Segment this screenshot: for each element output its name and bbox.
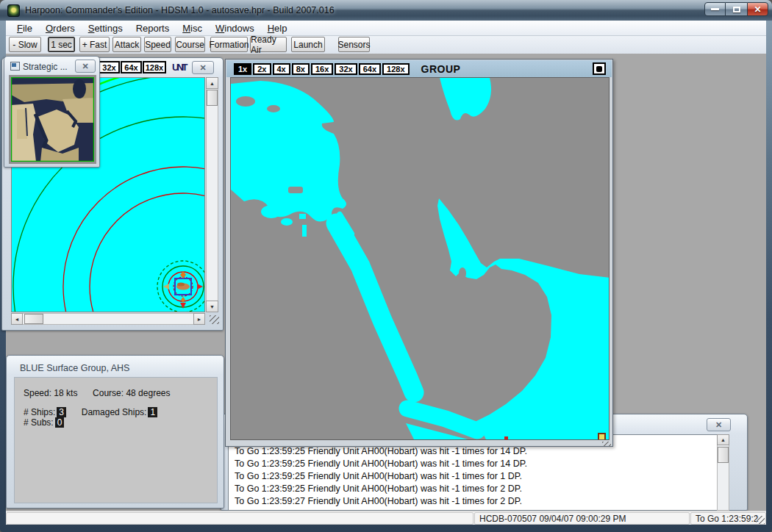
unit-zoom-64x-button[interactable]: 64x bbox=[121, 61, 142, 73]
unit-vertical-scrollbar[interactable] bbox=[206, 77, 218, 312]
map-window-icon bbox=[10, 62, 20, 71]
maximize-icon bbox=[733, 7, 740, 12]
group-zoom-8x-button[interactable]: 8x bbox=[292, 63, 310, 75]
close-button[interactable]: ✕ bbox=[747, 2, 768, 16]
group-zoom-1x-button[interactable]: 1x bbox=[234, 63, 251, 75]
unit-hscroll-thumb[interactable] bbox=[24, 314, 43, 324]
minimize-icon bbox=[711, 8, 719, 10]
application-window: Harpoon: Commander's Edition - HDSM 1.0 … bbox=[0, 0, 772, 532]
strategic-window[interactable]: Strategic ... ✕ bbox=[4, 56, 100, 168]
sensors-button[interactable]: Sensors bbox=[338, 37, 370, 52]
menu-help[interactable]: Help bbox=[261, 22, 294, 35]
minimize-button[interactable] bbox=[704, 2, 726, 16]
maximize-button[interactable] bbox=[726, 2, 747, 16]
app-icon bbox=[7, 4, 20, 17]
scroll-down-icon[interactable]: ▼ bbox=[206, 301, 218, 312]
status-to-go: To Go 1:23:59:2 bbox=[690, 512, 766, 525]
group-resize-grip[interactable] bbox=[602, 442, 611, 446]
group-window[interactable]: 1x 2x 4x 8x 16x 32x 64x 128x GROUP bbox=[225, 59, 613, 447]
group-map-view[interactable] bbox=[230, 77, 610, 440]
log-line: To Go 1:23:59:27 Friendly Unit AH00(Hoba… bbox=[229, 495, 729, 507]
mdi-workspace: 6x 32x 64x 128x UNIT ✕ bbox=[6, 54, 766, 511]
status-bar: HCDB-070507 09/04/07 09:00:29 PM To Go 1… bbox=[6, 511, 766, 525]
group-zoom-2x-button[interactable]: 2x bbox=[253, 63, 271, 75]
damaged-ships-badge: 1 bbox=[148, 407, 157, 417]
scroll-up-icon[interactable]: ▲ bbox=[206, 77, 218, 89]
strategic-window-title: Strategic ... bbox=[23, 62, 68, 72]
satellite-map-thumbnail[interactable] bbox=[11, 77, 94, 162]
group-info-window[interactable]: BLUE Surface Group, AHS Speed: 18 kts Co… bbox=[6, 355, 224, 508]
fast-button[interactable]: + Fast bbox=[79, 37, 110, 52]
ships-count-badge: 3 bbox=[57, 407, 66, 417]
unit-zoom-128x-button[interactable]: 128x bbox=[143, 61, 166, 73]
group-info-title: BLUE Surface Group, AHS bbox=[20, 363, 129, 373]
scroll-right-icon[interactable]: ► bbox=[193, 313, 205, 325]
menu-file[interactable]: File bbox=[10, 22, 39, 35]
speed-button[interactable]: Speed bbox=[144, 37, 171, 52]
subs-row: # Subs:0 bbox=[24, 417, 65, 428]
unit-resize-grip[interactable] bbox=[210, 315, 219, 324]
subs-count-badge: 0 bbox=[55, 417, 65, 428]
speed-course-row: Speed: 18 kts Course: 48 degrees bbox=[24, 388, 170, 398]
log-line: To Go 1:23:59:25 Friendly Unit AH00(Hoba… bbox=[229, 482, 729, 495]
launch-button[interactable]: Launch bbox=[291, 37, 325, 52]
group-window-title: GROUP bbox=[421, 63, 461, 75]
menu-orders[interactable]: Orders bbox=[39, 22, 82, 35]
ready-air-button[interactable]: Ready Air bbox=[250, 37, 287, 52]
menu-windows[interactable]: Windows bbox=[209, 22, 261, 35]
speed-value: Speed: 18 kts bbox=[24, 388, 77, 398]
course-button[interactable]: Course bbox=[175, 37, 205, 52]
strategic-close-button[interactable]: ✕ bbox=[75, 60, 96, 73]
title-bar[interactable]: Harpoon: Commander's Edition - HDSM 1.0 … bbox=[0, 0, 772, 21]
log-close-button[interactable]: ✕ bbox=[707, 418, 731, 431]
center-view-button[interactable] bbox=[593, 62, 606, 75]
unit-window-title: UNIT bbox=[172, 62, 185, 73]
group-zoom-16x-button[interactable]: 16x bbox=[311, 63, 333, 75]
attack-button[interactable]: Attack bbox=[112, 37, 141, 52]
unit-close-button[interactable]: ✕ bbox=[192, 61, 214, 74]
tactical-map-graphic bbox=[231, 78, 610, 440]
ships-row: # Ships:3 Damaged Ships:1 bbox=[24, 407, 159, 417]
window-resize-grip[interactable] bbox=[756, 516, 765, 524]
log-scroll-thumb[interactable] bbox=[718, 447, 729, 463]
status-message-section bbox=[6, 512, 473, 525]
menu-bar: File Orders Settings Reports Misc Window… bbox=[6, 21, 766, 36]
group-info-body: Speed: 18 kts Course: 48 degrees # Ships… bbox=[14, 377, 218, 503]
course-value: Course: 48 degrees bbox=[93, 388, 170, 398]
group-zoom-32x-button[interactable]: 32x bbox=[335, 63, 357, 75]
log-line: To Go 1:23:59:25 Friendly Unit AH00(Hoba… bbox=[229, 470, 729, 482]
slow-button[interactable]: - Slow bbox=[9, 37, 41, 52]
damaged-ships-label: Damaged Ships: bbox=[82, 407, 147, 417]
formation-button[interactable]: Formation bbox=[210, 37, 248, 52]
ships-label: # Ships: bbox=[24, 407, 55, 417]
scroll-up-icon[interactable]: ▲ bbox=[717, 434, 729, 445]
group-zoom-64x-button[interactable]: 64x bbox=[359, 63, 381, 75]
group-title-bar[interactable]: 1x 2x 4x 8x 16x 32x 64x 128x GROUP bbox=[226, 60, 612, 77]
menu-misc[interactable]: Misc bbox=[176, 22, 209, 35]
one-sec-button[interactable]: 1 sec bbox=[48, 37, 75, 52]
window-title: Harpoon: Commander's Edition - HDSM 1.0 … bbox=[25, 5, 335, 15]
group-zoom-128x-button[interactable]: 128x bbox=[382, 63, 409, 75]
unit-vscroll-thumb[interactable] bbox=[207, 90, 218, 106]
strategic-thumbnail-frame bbox=[9, 75, 96, 164]
log-line: To Go 1:23:59:25 Friendly Unit AH00(Hoba… bbox=[229, 457, 729, 470]
scroll-left-icon[interactable]: ◄ bbox=[11, 313, 23, 325]
group-zoom-4x-button[interactable]: 4x bbox=[273, 63, 290, 75]
close-icon: ✕ bbox=[754, 5, 761, 14]
log-scrollbar[interactable] bbox=[717, 434, 729, 511]
toolbar: - Slow 1 sec + Fast Attack Speed Course … bbox=[6, 36, 766, 54]
status-database-time: HCDB-070507 09/04/07 09:00:29 PM bbox=[474, 512, 690, 525]
menu-reports[interactable]: Reports bbox=[129, 22, 176, 35]
unit-zoom-32x-button[interactable]: 32x bbox=[99, 61, 120, 73]
menu-settings[interactable]: Settings bbox=[82, 22, 129, 35]
subs-label: # Subs: bbox=[24, 417, 54, 428]
